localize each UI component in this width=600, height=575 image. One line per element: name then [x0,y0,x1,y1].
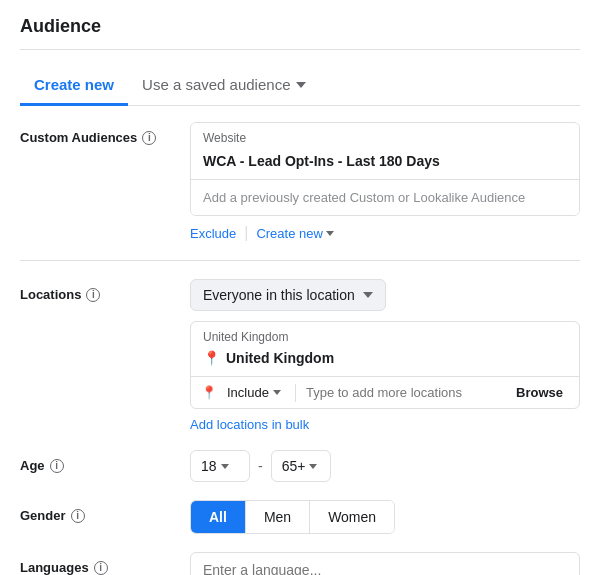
loc-pin-icon: 📍 [201,385,217,400]
gender-row: All Men Women [190,500,395,534]
age-to-value: 65+ [282,458,306,474]
custom-audiences-label: Custom Audiences i [20,122,190,145]
age-section: Age i 18 - 65+ [20,450,580,482]
age-from-chevron-icon [221,464,229,469]
locations-content: Everyone in this location United Kingdom… [190,279,580,432]
browse-button[interactable]: Browse [510,383,569,402]
include-label: Include [227,385,269,400]
everyone-dropdown[interactable]: Everyone in this location [190,279,386,311]
age-from-select[interactable]: 18 [190,450,250,482]
locations-section: Locations i Everyone in this location Un… [20,279,580,432]
ca-entry: WCA - Lead Opt-Ins - Last 180 Days [191,149,579,179]
custom-audiences-section: Custom Audiences i Website WCA - Lead Op… [20,122,580,242]
age-row: 18 - 65+ [190,450,580,482]
gender-label: Gender i [20,500,190,523]
page-title: Audience [20,16,580,37]
tabs-row: Create new Use a saved audience [20,66,580,106]
languages-section: Languages i [20,552,580,575]
include-chevron-icon [273,390,281,395]
pin-icon: 📍 [203,350,220,366]
loc-country-entry: 📍 United Kingdom [191,346,579,376]
include-dropdown[interactable]: Include [223,383,285,402]
age-content: 18 - 65+ [190,450,580,482]
loc-sep [295,384,296,402]
exclude-button[interactable]: Exclude [190,226,236,241]
gender-content: All Men Women [190,500,580,534]
languages-label: Languages i [20,552,190,575]
gender-men-button[interactable]: Men [246,501,310,533]
gender-women-button[interactable]: Women [310,501,394,533]
add-bulk-button[interactable]: Add locations in bulk [190,417,309,432]
tab-saved-label: Use a saved audience [142,76,290,93]
separator: | [244,224,248,242]
custom-audiences-content: Website WCA - Lead Opt-Ins - Last 180 Da… [190,122,580,242]
create-new-chevron-icon [326,231,334,236]
loc-text-input[interactable] [306,385,504,400]
loc-input-row: 📍 Include Browse [191,376,579,408]
tab-create-new[interactable]: Create new [20,66,128,106]
add-bulk-link-container: Add locations in bulk [190,417,309,432]
ca-website-label: Website [191,123,579,149]
everyone-chevron-icon [363,292,373,298]
custom-audiences-box: Website WCA - Lead Opt-Ins - Last 180 Da… [190,122,580,216]
custom-audiences-info-icon[interactable]: i [142,131,156,145]
locations-label: Locations i [20,279,190,302]
audience-panel: Audience Create new Use a saved audience… [0,0,600,575]
gender-all-button[interactable]: All [191,501,246,533]
gender-info-icon[interactable]: i [71,509,85,523]
everyone-label: Everyone in this location [203,287,355,303]
age-info-icon[interactable]: i [50,459,64,473]
ca-placeholder[interactable]: Add a previously created Custom or Looka… [191,179,579,215]
age-label: Age i [20,450,190,473]
age-to-chevron-icon [309,464,317,469]
age-dash: - [258,458,263,474]
create-new-button[interactable]: Create new [256,226,333,241]
languages-info-icon[interactable]: i [94,561,108,575]
tab-use-saved[interactable]: Use a saved audience [128,66,320,106]
age-to-select[interactable]: 65+ [271,450,331,482]
exclude-create-row: Exclude | Create new [190,224,580,242]
create-new-label: Create new [256,226,322,241]
loc-country-name: United Kingdom [226,350,334,366]
languages-input[interactable] [190,552,580,575]
section-divider-1 [20,260,580,261]
top-divider [20,49,580,50]
tab-saved-chevron-icon [296,82,306,88]
languages-content [190,552,580,575]
gender-section: Gender i All Men Women [20,500,580,534]
age-from-value: 18 [201,458,217,474]
locations-info-icon[interactable]: i [86,288,100,302]
loc-country-label: United Kingdom [191,322,579,346]
locations-box: United Kingdom 📍 United Kingdom 📍 Includ… [190,321,580,409]
